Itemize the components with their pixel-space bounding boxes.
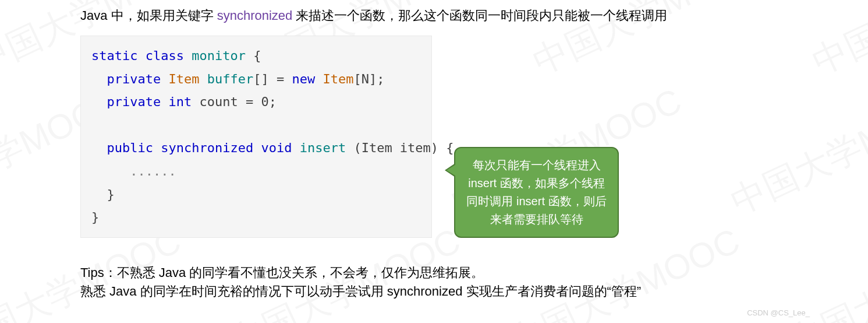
code-keyword: public	[107, 141, 153, 155]
code-keyword: class	[146, 48, 184, 63]
code-ellipsis: ......	[130, 164, 176, 178]
code-keyword: synchronized	[161, 141, 253, 155]
code-line-4: public synchronized void insert (Item it…	[91, 136, 420, 160]
code-brace: }	[91, 210, 99, 224]
code-class-name: monitor	[192, 48, 246, 63]
code-brace: {	[246, 48, 261, 63]
tips-line-2: 熟悉 Java 的同学在时间充裕的情况下可以动手尝试用 synchronized…	[80, 282, 868, 301]
code-line-5: ......	[91, 160, 420, 183]
tips-line-1: Tips：不熟悉 Java 的同学看不懂也没关系，不会考，仅作为思维拓展。	[80, 264, 868, 282]
code-text: count = 0;	[192, 94, 277, 109]
code-line-3: private int count = 0;	[91, 90, 420, 114]
code-keyword: void	[261, 141, 292, 155]
code-line-blank	[91, 114, 420, 137]
code-type: Item	[315, 72, 353, 86]
main-content: Java 中，如果用关键字 synchronized 来描述一个函数，那么这个函…	[0, 0, 868, 301]
code-function: insert	[300, 141, 346, 155]
code-keyword: private	[107, 94, 161, 109]
code-keyword: static	[91, 48, 137, 63]
annotation-callout: 每次只能有一个线程进入 insert 函数，如果多个线程同时调用 insert …	[454, 147, 619, 238]
intro-paragraph: Java 中，如果用关键字 synchronized 来描述一个函数，那么这个函…	[80, 6, 868, 25]
code-text: [] =	[253, 72, 292, 86]
code-keyword: private	[107, 72, 161, 86]
code-text: (Item item) {	[346, 141, 454, 155]
tips-block: Tips：不熟悉 Java 的同学看不懂也没关系，不会考，仅作为思维拓展。 熟悉…	[80, 264, 868, 301]
code-keyword: int	[168, 94, 192, 109]
code-line-7: }	[91, 206, 420, 229]
code-block: static class monitor { private Item buff…	[80, 36, 432, 238]
code-var: buffer	[207, 72, 253, 86]
annotation-text: 每次只能有一个线程进入 insert 函数，如果多个线程同时调用 insert …	[466, 159, 606, 226]
code-type: Item	[168, 72, 199, 86]
intro-text-part1: Java 中，如果用关键字	[80, 8, 217, 23]
intro-text-part2: 来描述一个函数，那么这个函数同一时间段内只能被一个线程调用	[292, 8, 667, 23]
footer-credit: CSDN @CS_Lee_	[747, 308, 810, 317]
code-line-6: }	[91, 183, 420, 206]
code-line-2: private Item buffer[] = new Item[N];	[91, 68, 420, 91]
code-text: [N];	[353, 72, 384, 86]
code-line-1: static class monitor {	[91, 44, 420, 68]
code-brace: }	[107, 187, 115, 202]
intro-keyword: synchronized	[217, 8, 293, 23]
code-keyword: new	[292, 72, 315, 86]
